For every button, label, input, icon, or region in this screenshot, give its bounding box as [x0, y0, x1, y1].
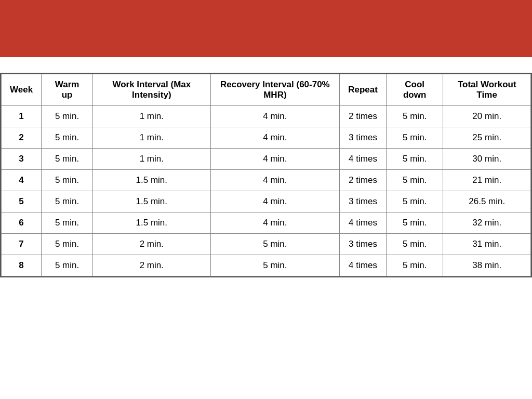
- table-cell-cool_down: 5 min.: [386, 106, 443, 127]
- table-cell-warm_up: 5 min.: [42, 234, 93, 255]
- table-cell-recovery_interval: 5 min.: [210, 255, 340, 276]
- table-cell-recovery_interval: 4 min.: [210, 212, 340, 234]
- table-cell-cool_down: 5 min.: [386, 149, 443, 170]
- page-container: Week Warm up Work Interval (Max Intensit…: [0, 0, 532, 399]
- table-cell-cool_down: 5 min.: [386, 170, 443, 191]
- table-cell-week: 7: [2, 234, 42, 255]
- table-cell-recovery_interval: 4 min.: [210, 191, 340, 212]
- table-row: 35 min.1 min.4 min.4 times5 min.30 min.: [2, 149, 531, 170]
- table-row: 85 min.2 min.5 min.4 times5 min.38 min.: [2, 255, 531, 276]
- table-cell-week: 4: [2, 170, 42, 191]
- header-banner: [0, 0, 532, 57]
- table-row: 15 min.1 min.4 min.2 times5 min.20 min.: [2, 106, 531, 127]
- table-cell-work_interval: 1.5 min.: [93, 191, 211, 212]
- table-cell-work_interval: 2 min.: [93, 255, 211, 276]
- table-row: 75 min.2 min.5 min.3 times5 min.31 min.: [2, 234, 531, 255]
- table-row: 65 min.1.5 min.4 min.4 times5 min.32 min…: [2, 212, 531, 234]
- table-cell-warm_up: 5 min.: [42, 255, 93, 276]
- table-cell-warm_up: 5 min.: [42, 170, 93, 191]
- table-cell-warm_up: 5 min.: [42, 106, 93, 127]
- table-row: 55 min.1.5 min.4 min.3 times5 min.26.5 m…: [2, 191, 531, 212]
- table-header-row: Week Warm up Work Interval (Max Intensit…: [2, 74, 531, 106]
- table-cell-warm_up: 5 min.: [42, 212, 93, 234]
- table-row: 45 min.1.5 min.4 min.2 times5 min.21 min…: [2, 170, 531, 191]
- table-cell-recovery_interval: 4 min.: [210, 149, 340, 170]
- interval-training-table: Week Warm up Work Interval (Max Intensit…: [1, 74, 531, 276]
- table-cell-week: 2: [2, 127, 42, 149]
- table-cell-work_interval: 2 min.: [93, 234, 211, 255]
- table-cell-total_workout_time: 32 min.: [443, 212, 531, 234]
- table-cell-work_interval: 1 min.: [93, 149, 211, 170]
- col-work-interval: Work Interval (Max Intensity): [93, 74, 211, 106]
- table-container: Week Warm up Work Interval (Max Intensit…: [0, 73, 532, 277]
- table-cell-repeat: 3 times: [340, 234, 387, 255]
- table-cell-total_workout_time: 21 min.: [443, 170, 531, 191]
- col-recovery-interval: Recovery Interval (60-70% MHR): [210, 74, 340, 106]
- table-cell-warm_up: 5 min.: [42, 191, 93, 212]
- table-cell-warm_up: 5 min.: [42, 127, 93, 149]
- table-cell-recovery_interval: 4 min.: [210, 127, 340, 149]
- table-cell-cool_down: 5 min.: [386, 255, 443, 276]
- table-cell-cool_down: 5 min.: [386, 127, 443, 149]
- table-row: 25 min.1 min.4 min.3 times5 min.25 min.: [2, 127, 531, 149]
- table-body: 15 min.1 min.4 min.2 times5 min.20 min.2…: [2, 106, 531, 276]
- table-cell-repeat: 3 times: [340, 191, 387, 212]
- col-week: Week: [2, 74, 42, 106]
- table-cell-repeat: 4 times: [340, 255, 387, 276]
- table-cell-total_workout_time: 20 min.: [443, 106, 531, 127]
- col-cool-down: Cool down: [386, 74, 443, 106]
- table-cell-week: 3: [2, 149, 42, 170]
- table-cell-cool_down: 5 min.: [386, 191, 443, 212]
- table-cell-repeat: 4 times: [340, 212, 387, 234]
- table-cell-recovery_interval: 4 min.: [210, 106, 340, 127]
- table-cell-warm_up: 5 min.: [42, 149, 93, 170]
- table-cell-recovery_interval: 4 min.: [210, 170, 340, 191]
- table-cell-work_interval: 1.5 min.: [93, 212, 211, 234]
- table-cell-work_interval: 1 min.: [93, 106, 211, 127]
- table-cell-repeat: 4 times: [340, 149, 387, 170]
- table-cell-total_workout_time: 26.5 min.: [443, 191, 531, 212]
- table-cell-repeat: 3 times: [340, 127, 387, 149]
- col-repeat: Repeat: [340, 74, 387, 106]
- table-cell-repeat: 2 times: [340, 170, 387, 191]
- table-cell-cool_down: 5 min.: [386, 212, 443, 234]
- table-cell-cool_down: 5 min.: [386, 234, 443, 255]
- table-cell-total_workout_time: 30 min.: [443, 149, 531, 170]
- table-cell-total_workout_time: 31 min.: [443, 234, 531, 255]
- table-cell-work_interval: 1.5 min.: [93, 170, 211, 191]
- table-cell-week: 8: [2, 255, 42, 276]
- table-cell-work_interval: 1 min.: [93, 127, 211, 149]
- table-cell-total_workout_time: 25 min.: [443, 127, 531, 149]
- table-cell-week: 5: [2, 191, 42, 212]
- col-total-workout-time: Total Workout Time: [443, 74, 531, 106]
- table-cell-week: 1: [2, 106, 42, 127]
- table-cell-recovery_interval: 5 min.: [210, 234, 340, 255]
- table-cell-repeat: 2 times: [340, 106, 387, 127]
- col-warm-up: Warm up: [42, 74, 93, 106]
- table-cell-total_workout_time: 38 min.: [443, 255, 531, 276]
- table-cell-week: 6: [2, 212, 42, 234]
